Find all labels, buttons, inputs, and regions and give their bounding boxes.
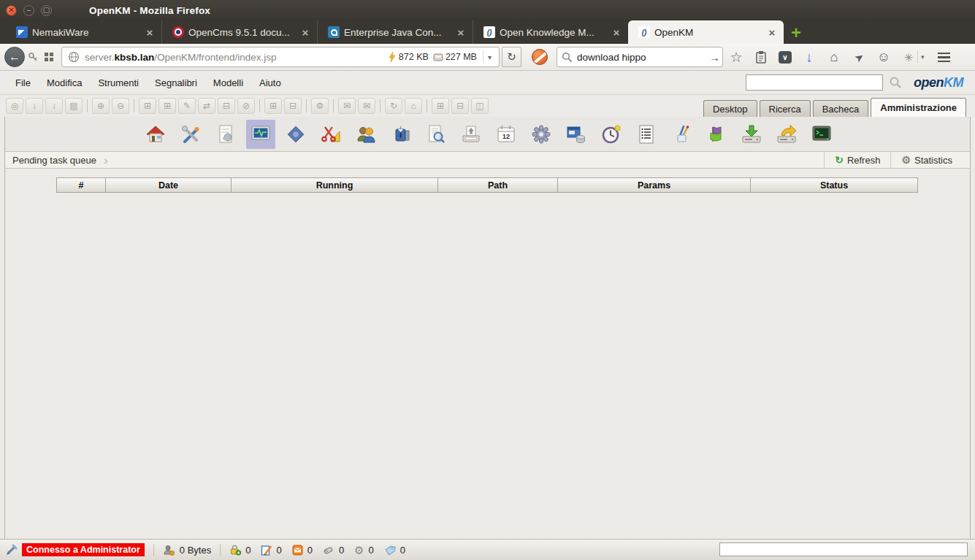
tab-amministrazione[interactable]: Amministrazione [871,98,966,117]
user-quota-icon [163,545,175,556]
window-minimize-button[interactable]: – [23,5,34,16]
quick-search-input[interactable] [746,74,883,91]
tab-close-icon[interactable]: × [766,26,778,39]
menu-aiuto[interactable]: Aiuto [251,73,289,93]
unlock-button[interactable]: ⊖ [112,98,129,114]
enterprise-java-favicon [328,26,340,38]
tab-close-icon[interactable]: × [299,26,311,39]
admin-console-button[interactable] [807,120,836,149]
admin-home-button[interactable] [141,120,170,149]
refresh-button[interactable]: ↻ Refresh [824,152,890,168]
admin-settings-button[interactable] [527,120,556,149]
browser-tab-openkm-active[interactable]: () OpenKM × [628,20,784,44]
start-workflow-button[interactable]: ⚙ [311,98,329,114]
add-subscription-button[interactable]: ✉ [338,98,356,114]
admin-scheduler-button[interactable] [597,120,626,149]
column-header-number[interactable]: # [56,177,106,193]
go-home-button[interactable]: ⌂ [405,98,422,114]
back-button[interactable]: ← [4,47,25,67]
split-view-button[interactable]: ◫ [471,98,489,114]
admin-crontab-button[interactable]: 12 [492,120,521,149]
cancel-checkout-button[interactable]: ⊘ [237,98,255,114]
admin-import-button[interactable] [737,120,766,149]
browser-tab-open-knowledge[interactable]: () Open Knowledge M... × [473,20,628,44]
menu-segnalibri[interactable]: Segnalibri [147,73,205,93]
tab-ricerca[interactable]: Ricerca [760,100,811,117]
pocket-icon[interactable]: ∨ [779,51,792,64]
browser-tab-nemakiware[interactable]: NemakiWare × [6,20,161,44]
url-bar[interactable]: server.kbsb.lan/OpenKM/frontend/index.js… [61,47,500,67]
menu-modelli[interactable]: Modelli [205,73,251,93]
lock-button[interactable]: ⊕ [92,98,110,114]
column-header-date[interactable]: Date [106,177,232,193]
grid-icon[interactable] [44,52,54,62]
tab-close-icon[interactable]: × [144,26,156,39]
admin-languages-button[interactable] [702,120,731,149]
menu-file[interactable]: File [7,73,39,93]
add-property-group-button[interactable]: ⊞ [264,98,282,114]
remove-note-button[interactable]: ⊟ [451,98,469,114]
admin-profiles-button[interactable] [386,120,416,149]
extension-icon[interactable]: ✳ [901,50,916,64]
refresh-view-button[interactable]: ↻ [385,98,402,114]
tab-close-icon[interactable]: × [611,26,622,39]
admin-database-button[interactable] [562,120,591,149]
admin-reports-button[interactable] [632,120,661,149]
menu-hamburger-icon[interactable] [938,53,950,62]
admin-log-button[interactable] [421,120,451,149]
admin-mail-button[interactable] [456,120,486,149]
extension-caret-icon[interactable]: ▾ [917,51,925,63]
admin-scripting-button[interactable] [667,120,696,149]
admin-task-monitor-button[interactable] [246,120,275,149]
search-go-icon[interactable]: → [706,51,720,64]
find-button[interactable]: ◎ [6,98,23,114]
tag-counter: 0 [384,545,405,556]
bookmarks-clipboard-icon[interactable] [754,50,768,64]
remove-property-group-button[interactable]: ⊟ [284,98,302,114]
column-header-running[interactable]: Running [232,177,438,193]
menu-strumenti[interactable]: Strumenti [90,73,147,93]
download-document-button[interactable]: ↓ [26,98,43,114]
create-document-button[interactable]: ⊞ [158,98,176,114]
checkout-document-button[interactable]: ⇄ [198,98,215,114]
statistics-button[interactable]: ⚙ Statistics [890,152,963,168]
column-header-path[interactable]: Path [438,177,558,193]
window-close-button[interactable]: ✕ [6,5,17,16]
create-folder-button[interactable]: ⊞ [139,98,156,114]
downloads-icon[interactable]: ↓ [802,50,817,64]
adblock-icon[interactable] [532,49,548,65]
key-icon[interactable] [28,52,38,62]
add-note-button[interactable]: ⊞ [432,98,449,114]
edit-document-button[interactable]: ✎ [178,98,196,114]
openkm-favicon: () [638,26,650,38]
reload-button[interactable]: ↻ [502,47,521,67]
tab-close-icon[interactable]: × [455,26,467,39]
feedback-smiley-icon[interactable]: ☺ [876,50,891,64]
send-tab-icon[interactable]: ➤ [849,47,869,67]
quick-search-icon[interactable] [889,76,902,89]
menu-modifica[interactable]: Modifica [39,73,90,93]
tools-icon [180,123,202,145]
admin-tools-button[interactable] [176,120,205,149]
tab-bacheca[interactable]: Bacheca [813,100,869,117]
remove-subscription-button[interactable]: ✉ [358,98,375,114]
admin-export-button[interactable] [772,120,801,149]
tab-desktop[interactable]: Desktop [703,100,757,117]
admin-users-button[interactable] [351,120,381,149]
browser-tab-enterprise-java[interactable]: Enterprise Java Con... × [317,20,473,44]
new-tab-button[interactable]: + [791,23,801,42]
download-pdf-button[interactable]: ↓ [45,98,63,114]
delete-document-button[interactable]: ⊟ [218,98,235,114]
urlbar-dropdown-caret-icon[interactable]: ▾ [483,50,496,64]
column-header-status[interactable]: Status [751,177,918,193]
search-input[interactable] [577,52,706,63]
column-header-params[interactable]: Params [558,177,751,193]
admin-utilities-button[interactable] [316,120,345,149]
admin-config-button[interactable] [211,120,240,149]
admin-plugins-button[interactable] [281,120,310,149]
browser-tab-opencms[interactable]: OpenCms 9.5.1 docu... × [161,20,317,44]
home-icon[interactable]: ⌂ [827,50,841,64]
window-maximize-button[interactable]: ▢ [41,5,52,16]
print-button[interactable]: ▤ [65,98,83,114]
bookmark-star-icon[interactable]: ☆ [729,50,743,64]
